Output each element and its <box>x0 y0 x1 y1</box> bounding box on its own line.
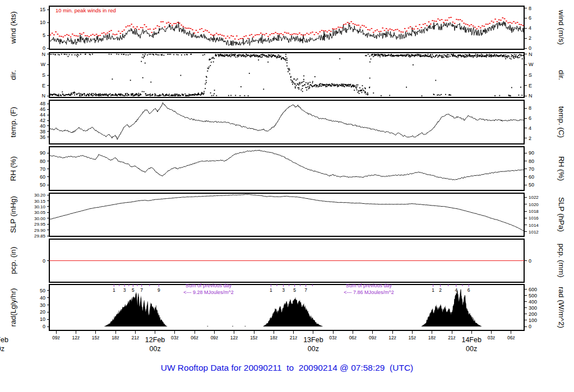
svg-text:1016: 1016 <box>529 216 539 221</box>
svg-text:2: 2 <box>439 287 442 293</box>
svg-text:6: 6 <box>529 115 531 121</box>
svg-text:14Feb: 14Feb <box>461 336 481 344</box>
svg-text:06z: 06z <box>191 335 198 340</box>
svg-text:18z: 18z <box>428 335 436 340</box>
svg-text:10: 10 <box>40 316 45 322</box>
svg-text:09z: 09z <box>52 335 60 340</box>
svg-text:3: 3 <box>123 287 126 293</box>
svg-text:80: 80 <box>529 158 534 164</box>
svg-text:W: W <box>41 62 46 67</box>
svg-text:1: 1 <box>113 287 115 293</box>
svg-text:N: N <box>529 52 533 57</box>
svg-text:5: 5 <box>293 287 296 293</box>
svg-text:30.05: 30.05 <box>34 210 46 215</box>
svg-text:0: 0 <box>43 45 45 51</box>
svg-text:0: 0 <box>43 258 45 264</box>
panel-slp: 29.8529.9029.9530.0030.0530.1030.1530.20… <box>34 193 539 239</box>
svg-text:12z: 12z <box>230 335 238 340</box>
svg-text:90: 90 <box>40 150 45 156</box>
svg-text:20: 20 <box>40 309 45 315</box>
svg-text:13Feb: 13Feb <box>303 336 323 344</box>
svg-text:E: E <box>529 83 532 88</box>
svg-text:S: S <box>529 72 532 78</box>
svg-text:40: 40 <box>40 123 45 129</box>
svg-text:00z: 00z <box>150 345 161 353</box>
svg-text:12Feb: 12Feb <box>145 336 165 344</box>
peak-winds-note: 10 min. peak winds in red <box>55 7 116 13</box>
figure-title: UW Rooftop Data for 20090211 to 20090214… <box>0 363 574 373</box>
svg-text:W: W <box>529 62 534 67</box>
svg-text:1018: 1018 <box>529 209 539 214</box>
svg-text:500: 500 <box>529 293 537 298</box>
rad-sum-note-2-line1: Sum of previous day <box>307 283 430 290</box>
svg-text:12z: 12z <box>388 335 396 340</box>
svg-text:15z: 15z <box>409 335 416 340</box>
svg-text:50: 50 <box>529 182 534 188</box>
svg-text:8: 8 <box>529 6 531 11</box>
svg-text:30.15: 30.15 <box>34 199 46 204</box>
svg-text:12z: 12z <box>72 335 80 340</box>
svg-text:100: 100 <box>529 318 537 323</box>
svg-text:00z: 00z <box>308 345 319 353</box>
svg-text:15z: 15z <box>250 335 258 340</box>
svg-text:6: 6 <box>529 15 531 21</box>
svg-text:1012: 1012 <box>529 230 539 235</box>
svg-text:0: 0 <box>529 258 531 264</box>
svg-text:S: S <box>42 72 45 78</box>
rad-sum-note-2: Sum of previous day <--- 7.86 MJoules/m^… <box>307 283 430 296</box>
svg-text:400: 400 <box>529 299 537 305</box>
svg-text:46: 46 <box>40 106 45 112</box>
svg-text:36: 36 <box>40 134 45 140</box>
svg-text:06z: 06z <box>507 335 515 340</box>
svg-text:50: 50 <box>40 288 45 293</box>
svg-text:4: 4 <box>529 25 531 31</box>
svg-text:60: 60 <box>529 174 534 180</box>
svg-text:21z: 21z <box>290 335 298 340</box>
svg-text:200: 200 <box>529 311 537 317</box>
svg-text:1014: 1014 <box>529 223 539 228</box>
svg-text:09z: 09z <box>369 335 377 340</box>
svg-text:30.10: 30.10 <box>34 204 46 209</box>
svg-text:4: 4 <box>529 125 531 131</box>
svg-text:00z: 00z <box>0 345 4 353</box>
x-axis: 09z12z15z18z21z03z06z09z12z15z18z21z03z0… <box>0 330 515 353</box>
svg-text:0: 0 <box>529 45 531 51</box>
svg-text:0: 0 <box>529 324 531 329</box>
panel-temp: 363840424446482468 <box>40 100 531 144</box>
svg-text:44: 44 <box>40 112 45 118</box>
svg-text:1: 1 <box>432 287 434 293</box>
svg-text:70: 70 <box>529 166 534 172</box>
svg-text:2: 2 <box>529 136 531 141</box>
svg-text:300: 300 <box>529 305 537 311</box>
svg-text:40: 40 <box>40 295 45 301</box>
svg-text:06z: 06z <box>349 335 357 340</box>
rad-sum-note-2-line2: <--- 7.86 MJoules/m^2 <box>307 290 430 296</box>
svg-text:2: 2 <box>529 35 531 41</box>
svg-text:80: 80 <box>40 158 45 164</box>
svg-text:3: 3 <box>282 287 285 293</box>
svg-text:21z: 21z <box>448 335 456 340</box>
svg-text:38: 38 <box>40 129 45 134</box>
svg-text:E: E <box>42 83 45 88</box>
svg-text:0: 0 <box>43 324 45 329</box>
svg-text:42: 42 <box>40 118 45 123</box>
panel-dir: NESWNNESWN <box>41 52 534 99</box>
svg-text:4: 4 <box>455 287 457 293</box>
svg-text:600: 600 <box>529 287 537 292</box>
svg-text:5: 5 <box>132 287 135 293</box>
svg-text:1022: 1022 <box>529 195 539 200</box>
svg-text:8: 8 <box>529 105 531 111</box>
svg-text:03z: 03z <box>329 335 337 340</box>
rad-sum-note-1-line1: Sum of previous day <box>147 283 270 290</box>
svg-text:30.00: 30.00 <box>34 216 46 221</box>
svg-text:N: N <box>42 52 46 57</box>
svg-text:15: 15 <box>40 7 45 12</box>
svg-text:N: N <box>529 93 533 99</box>
svg-text:70: 70 <box>40 166 45 172</box>
svg-text:03z: 03z <box>171 335 179 340</box>
meteogram-figure: 05101502468NESWNNESWN3638404244464824685… <box>0 0 574 392</box>
panel-pcp: 00 <box>43 239 531 282</box>
panel-rh: 50607080905060708090 <box>40 147 534 190</box>
svg-text:30.20: 30.20 <box>34 193 46 198</box>
meteogram-plot: 05101502468NESWNNESWN3638404244464824685… <box>0 0 574 392</box>
